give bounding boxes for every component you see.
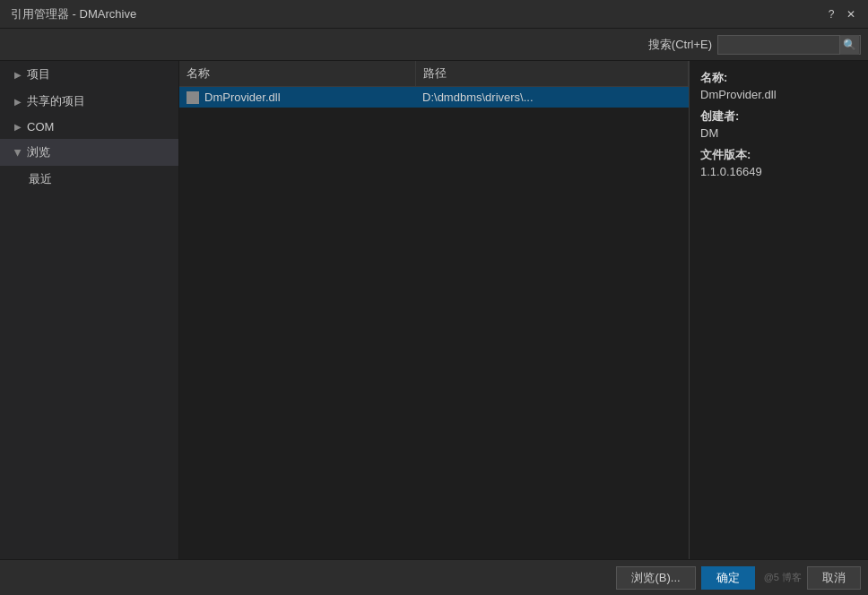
sidebar: ▶ 项目 ▶ 共享的项目 ▶ COM ▶ 浏览 最近 bbox=[0, 61, 179, 559]
ok-button[interactable]: 确定 bbox=[701, 566, 755, 590]
detail-creator-label: 创建者: bbox=[700, 108, 857, 125]
detail-creator-value: DM bbox=[700, 126, 857, 140]
detail-name-value: DmProvider.dll bbox=[700, 88, 857, 101]
col-header-name: 名称 bbox=[179, 61, 415, 87]
arrow-icon-shared: ▶ bbox=[14, 97, 22, 107]
arrow-icon-com: ▶ bbox=[14, 122, 22, 132]
sidebar-item-browse[interactable]: ▶ 浏览 bbox=[0, 139, 178, 166]
sidebar-label-com: COM bbox=[27, 120, 54, 134]
detail-version-label: 文件版本: bbox=[700, 147, 857, 163]
sidebar-item-recent[interactable]: 最近 bbox=[0, 166, 178, 193]
title-bar: 引用管理器 - DMArchive ? ✕ bbox=[0, 0, 868, 29]
help-button[interactable]: ? bbox=[825, 8, 838, 21]
search-input-wrapper: 🔍 bbox=[717, 35, 861, 55]
sidebar-label-browse: 浏览 bbox=[27, 144, 50, 160]
search-button[interactable]: 🔍 bbox=[839, 35, 859, 55]
close-button[interactable]: ✕ bbox=[845, 8, 857, 21]
table-cell-name: DmProvider.dll bbox=[179, 87, 415, 108]
sidebar-item-com[interactable]: ▶ COM bbox=[0, 115, 178, 139]
main-content: 名称 路径 DmProvider.dll D:\dmdbms\drivers\.… bbox=[179, 61, 689, 559]
sidebar-item-projects[interactable]: ▶ 项目 bbox=[0, 61, 178, 88]
bottom-bar: 浏览(B)... 确定 @5 博客 取消 bbox=[0, 559, 868, 595]
col-header-path: 路径 bbox=[415, 61, 688, 87]
file-name: DmProvider.dll bbox=[204, 91, 281, 104]
browse-button[interactable]: 浏览(B)... bbox=[616, 566, 695, 590]
sidebar-label-recent: 最近 bbox=[29, 171, 52, 187]
detail-name-label: 名称: bbox=[700, 70, 857, 86]
file-table: 名称 路径 DmProvider.dll D:\dmdbms\drivers\.… bbox=[179, 61, 689, 108]
title-bar-controls: ? ✕ bbox=[825, 8, 857, 21]
window-title: 引用管理器 - DMArchive bbox=[11, 6, 136, 22]
file-icon bbox=[187, 91, 199, 104]
detail-pane: 名称: DmProvider.dll 创建者: DM 文件版本: 1.1.0.1… bbox=[689, 61, 868, 559]
toolbar-row: 搜索(Ctrl+E) 🔍 bbox=[0, 29, 868, 61]
watermark-text: @5 博客 bbox=[764, 571, 802, 584]
search-input[interactable] bbox=[718, 36, 839, 54]
search-label: 搜索(Ctrl+E) bbox=[648, 37, 712, 53]
sidebar-label-shared: 共享的项目 bbox=[27, 93, 85, 109]
title-bar-left: 引用管理器 - DMArchive bbox=[11, 6, 136, 22]
table-header-row: 名称 路径 bbox=[179, 61, 689, 87]
sidebar-item-shared[interactable]: ▶ 共享的项目 bbox=[0, 88, 178, 115]
sidebar-label-projects: 项目 bbox=[27, 66, 50, 82]
table-row[interactable]: DmProvider.dll D:\dmdbms\drivers\... bbox=[179, 87, 689, 108]
main-layout: 搜索(Ctrl+E) 🔍 ▶ 项目 ▶ 共享的项目 ▶ COM ▶ 浏览 bbox=[0, 29, 868, 595]
arrow-icon-projects: ▶ bbox=[14, 70, 22, 80]
table-cell-path: D:\dmdbms\drivers\... bbox=[415, 87, 688, 108]
arrow-icon-browse: ▶ bbox=[13, 149, 23, 156]
cancel-button[interactable]: 取消 bbox=[807, 566, 861, 590]
detail-version-value: 1.1.0.16649 bbox=[700, 165, 857, 178]
content-area: ▶ 项目 ▶ 共享的项目 ▶ COM ▶ 浏览 最近 bbox=[0, 61, 868, 559]
